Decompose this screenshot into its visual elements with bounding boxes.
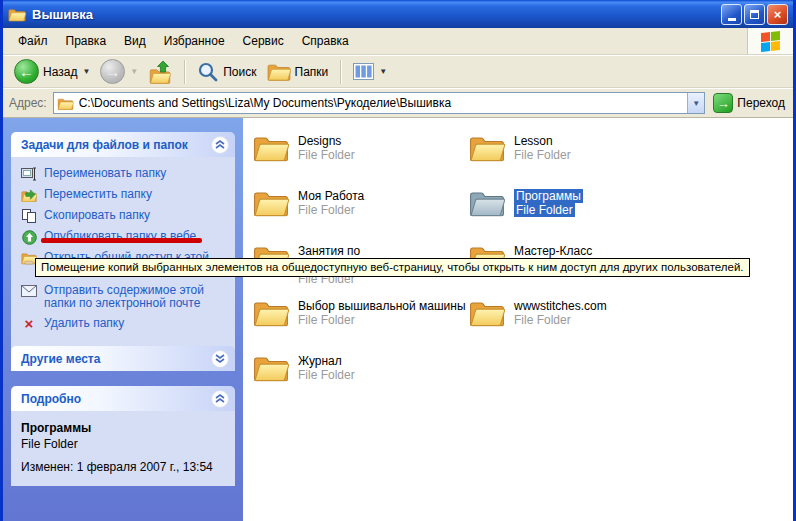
menu-item-view[interactable]: Вид <box>115 29 155 53</box>
address-folder-icon <box>57 97 74 110</box>
folder-icon-selected <box>469 188 505 217</box>
tasks-collapse-button[interactable] <box>211 136 229 154</box>
toolbar-separator <box>184 60 185 84</box>
move-icon <box>21 188 37 202</box>
toolbar: ← Назад ▼ → ▼ Поиск Папки <box>3 56 793 88</box>
go-button[interactable]: → Переход <box>711 93 787 113</box>
folder-tile-programmy[interactable]: ПрограммыFile Folder <box>469 188 769 243</box>
delete-icon: × <box>21 317 37 331</box>
details-title: Подробно <box>21 392 81 406</box>
back-dropdown-icon[interactable]: ▼ <box>82 67 90 76</box>
folder-tile-zhurnal[interactable]: ЖурналFile Folder <box>253 353 469 408</box>
folder-tile-moya-rabota[interactable]: Моя РаботаFile Folder <box>253 188 469 243</box>
folder-type: File Folder <box>514 148 571 162</box>
other-places-expand-button[interactable] <box>211 350 229 368</box>
details-collapse-button[interactable] <box>211 390 229 408</box>
folder-icon <box>253 298 289 327</box>
minimize-button[interactable] <box>721 4 742 25</box>
address-label: Адрес: <box>9 96 47 110</box>
folder-name: Designs <box>298 134 355 148</box>
folder-name: Журнал <box>298 354 355 368</box>
task-email-folder-contents[interactable]: Отправить содержимое этой папки по элект… <box>21 284 231 310</box>
file-tasks-title: Задачи для файлов и папок <box>21 138 188 152</box>
search-button[interactable]: Поиск <box>194 61 259 83</box>
views-button[interactable]: ▼ <box>350 63 390 80</box>
details-item-type: File Folder <box>21 437 231 451</box>
folder-name: Программы <box>514 189 583 203</box>
task-delete-folder[interactable]: × Удалить папку <box>21 317 231 331</box>
window-folder-icon <box>8 7 26 22</box>
folder-type: File Folder <box>298 203 364 217</box>
forward-button[interactable]: → ▼ <box>97 59 141 84</box>
chevron-up-icon <box>215 394 225 403</box>
folder-type: File Folder <box>298 148 355 162</box>
toolbar-separator <box>340 60 341 84</box>
close-icon: × <box>774 7 782 22</box>
task-move-folder[interactable]: Переместить папку <box>21 188 231 202</box>
folder-name: Выбор вышивальной машины <box>298 299 466 313</box>
explorer-window: Вышивка × Файл Правка Вид Избранное Серв… <box>0 0 796 521</box>
task-label: Скопировать папку <box>44 209 150 222</box>
chevron-up-icon <box>215 140 225 149</box>
maximize-icon <box>750 10 759 19</box>
details-item-modified: Изменен: 1 февраля 2007 г., 13:54 <box>21 460 231 474</box>
address-path[interactable]: C:\Documents and Settings\Liza\My Docume… <box>79 96 683 110</box>
file-tasks-header[interactable]: Задачи для файлов и папок <box>11 132 235 157</box>
task-label: Удалить папку <box>44 317 124 330</box>
go-arrow-icon: → <box>713 93 733 113</box>
folders-icon <box>267 62 291 81</box>
back-button[interactable]: ← Назад ▼ <box>11 59 93 84</box>
folder-icon <box>253 353 289 382</box>
chevron-down-icon <box>215 354 225 363</box>
folder-tile-designs[interactable]: DesignsFile Folder <box>253 133 469 188</box>
go-label: Переход <box>737 96 785 110</box>
windows-logo <box>747 28 793 54</box>
task-copy-folder[interactable]: Скопировать папку <box>21 209 231 223</box>
task-label: Переименовать папку <box>44 167 166 180</box>
folder-icon <box>253 133 289 162</box>
address-input[interactable]: C:\Documents and Settings\Liza\My Docume… <box>53 92 706 114</box>
menu-item-tools[interactable]: Сервис <box>234 29 293 53</box>
details-header[interactable]: Подробно <box>11 386 235 411</box>
minimize-icon <box>728 18 736 21</box>
folder-name: Моя Работа <box>298 189 364 203</box>
other-places-title: Другие места <box>21 352 100 366</box>
menu-item-edit[interactable]: Правка <box>57 29 116 53</box>
task-label: Переместить папку <box>44 188 152 201</box>
details-item-name: Программы <box>21 421 231 435</box>
title-bar[interactable]: Вышивка × <box>3 0 793 28</box>
folder-type: File Folder <box>298 368 355 382</box>
folders-button[interactable]: Папки <box>264 62 332 81</box>
views-dropdown-icon[interactable]: ▼ <box>379 67 387 76</box>
red-underline-annotation <box>41 238 202 243</box>
folder-name: Lesson <box>514 134 571 148</box>
rename-icon <box>21 167 37 181</box>
maximize-button[interactable] <box>744 4 765 25</box>
back-label: Назад <box>43 65 77 79</box>
window-title: Вышивка <box>32 7 715 22</box>
folder-name: wwwstitches.com <box>514 299 607 313</box>
tooltip: Помещение копий выбранных элементов на о… <box>35 258 750 277</box>
folder-icon <box>253 188 289 217</box>
folder-type: File Folder <box>298 313 466 327</box>
content-area: Задачи для файлов и папок Переименовать … <box>3 118 793 521</box>
other-places-header[interactable]: Другие места <box>11 346 235 371</box>
other-places-panel: Другие места <box>11 346 235 371</box>
up-button[interactable] <box>145 60 175 84</box>
close-button[interactable]: × <box>767 4 788 25</box>
menu-item-favorites[interactable]: Избранное <box>155 29 234 53</box>
back-icon: ← <box>14 59 39 84</box>
forward-icon: → <box>100 59 125 84</box>
folder-tile-vybor-mashiny[interactable]: Выбор вышивальной машиныFile Folder <box>253 298 469 353</box>
up-folder-icon <box>148 60 172 84</box>
menu-item-file[interactable]: Файл <box>9 29 57 53</box>
menu-item-help[interactable]: Справка <box>293 29 358 53</box>
folder-tile-wwwstitches[interactable]: wwwstitches.comFile Folder <box>469 298 769 353</box>
menu-bar: Файл Правка Вид Избранное Сервис Справка <box>3 28 793 55</box>
task-label: Отправить содержимое этой папки по элект… <box>44 284 231 310</box>
task-rename-folder[interactable]: Переименовать папку <box>21 167 231 181</box>
folder-type: File Folder <box>514 203 575 217</box>
folder-tile-lesson[interactable]: LessonFile Folder <box>469 133 769 188</box>
folders-label: Папки <box>295 65 329 79</box>
address-dropdown-button[interactable]: ▼ <box>687 93 704 113</box>
